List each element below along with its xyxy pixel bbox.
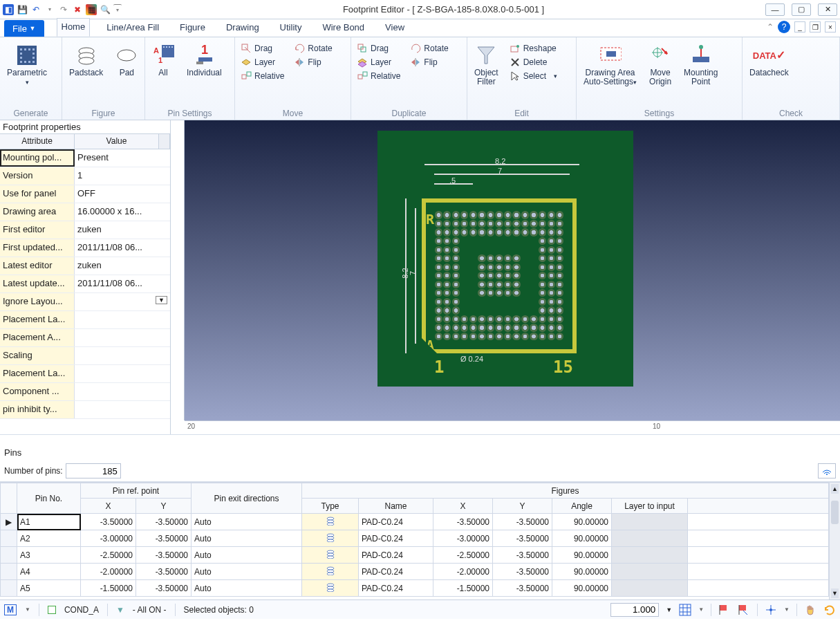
cell-fy[interactable]: -3.50000	[493, 580, 552, 597]
property-row[interactable]: pin inhibit ty...	[0, 401, 170, 419]
tab-drawing[interactable]: Drawing	[222, 19, 263, 37]
property-val[interactable]: 16.00000 x 16...	[75, 203, 170, 221]
cell-fy[interactable]: -3.50000	[493, 530, 552, 547]
cell-exit[interactable]: Auto	[192, 547, 302, 564]
property-val[interactable]	[75, 311, 170, 328]
refresh-icon[interactable]	[823, 604, 836, 616]
move-rotate-button[interactable]: Rotate	[294, 43, 332, 54]
property-val[interactable]: zuken	[75, 221, 170, 239]
padstack-button[interactable]: Padstack	[68, 43, 104, 79]
cell-pin-no[interactable]: A4	[17, 564, 81, 580]
cell-fy[interactable]: -3.50000	[493, 514, 552, 530]
maximize-button[interactable]: ▢	[792, 3, 811, 16]
cell-fx[interactable]: -2.00000	[433, 564, 493, 580]
status-filter-text[interactable]: - All ON -	[133, 605, 167, 615]
tab-view[interactable]: View	[381, 19, 409, 37]
cell-layer[interactable]	[612, 514, 688, 530]
cell-x[interactable]: -2.00000	[81, 564, 136, 580]
property-val[interactable]: 2011/11/08 06...	[75, 239, 170, 257]
cell-name[interactable]: PAD-C0.24	[359, 514, 433, 530]
scroll-down-icon[interactable]: ▼	[831, 588, 839, 598]
cell-y[interactable]: -3.50000	[136, 530, 192, 547]
cell-angle[interactable]: 90.00000	[552, 580, 612, 597]
property-row[interactable]: Placement La...	[0, 365, 170, 383]
undo-dropdown-icon[interactable]: ▾	[44, 4, 55, 15]
cell-type[interactable]	[302, 530, 359, 547]
row-handle[interactable]	[1, 564, 17, 580]
property-val[interactable]	[75, 329, 170, 346]
save-icon[interactable]: 💾	[17, 4, 28, 15]
mdi-restore-button[interactable]: ❐	[810, 21, 821, 32]
drawing-area-auto-button[interactable]: Drawing Area Auto-Settings▾	[582, 43, 638, 88]
property-val[interactable]: OFF	[75, 185, 170, 203]
tab-line-area-fill[interactable]: Line/Area Fill	[102, 19, 163, 37]
th-fx[interactable]: X	[433, 499, 493, 514]
th-fy[interactable]: Y	[493, 499, 552, 514]
pin-row[interactable]: A5-1.50000-3.50000AutoPAD-C0.24-1.50000-…	[1, 580, 829, 597]
cell-y[interactable]: -3.50000	[136, 514, 192, 530]
cell-name[interactable]: PAD-C0.24	[359, 547, 433, 564]
select-button[interactable]: Select ▾	[510, 71, 558, 82]
property-val[interactable]: 1	[75, 167, 170, 185]
number-of-pins-input[interactable]	[66, 463, 121, 478]
pad-button[interactable]: Pad	[114, 43, 139, 79]
cell-fy[interactable]: -3.50000	[493, 564, 552, 580]
row-handle[interactable]	[1, 580, 17, 597]
cell-pin-no[interactable]: A2	[17, 530, 81, 547]
cell-y[interactable]: -3.50000	[136, 547, 192, 564]
dup-drag-button[interactable]: Drag	[357, 43, 400, 54]
move-layer-button[interactable]: Layer	[241, 57, 284, 68]
grid-colorful-icon[interactable]: ▦	[86, 4, 97, 15]
tab-home[interactable]: Home	[57, 18, 91, 37]
property-val[interactable]	[75, 383, 170, 400]
cell-fy[interactable]: -3.50000	[493, 547, 552, 564]
property-val[interactable]: zuken	[75, 257, 170, 275]
target-icon[interactable]	[765, 604, 777, 616]
tab-utility[interactable]: Utility	[276, 19, 306, 37]
cell-layer[interactable]	[612, 547, 688, 564]
props-header-attribute[interactable]: Attribute	[0, 134, 75, 149]
property-row[interactable]: Drawing area16.00000 x 16...	[0, 203, 170, 221]
cell-angle[interactable]: 90.00000	[552, 530, 612, 547]
property-row[interactable]: Version1	[0, 167, 170, 185]
th-name[interactable]: Name	[359, 499, 433, 514]
cell-y[interactable]: -3.50000	[136, 564, 192, 580]
scroll-up-icon[interactable]: ▲	[831, 484, 839, 494]
zoom-icon[interactable]: 🔍	[100, 4, 111, 15]
zoom-input[interactable]	[610, 603, 659, 617]
move-flip-button[interactable]: Flip	[294, 57, 332, 68]
dup-rotate-button[interactable]: Rotate	[410, 43, 448, 54]
property-row[interactable]: Component ...	[0, 383, 170, 401]
dup-flip-button[interactable]: Flip	[410, 57, 448, 68]
grid-toggle-icon[interactable]	[679, 604, 691, 616]
close-button[interactable]: ✕	[818, 3, 837, 16]
cell-angle[interactable]: 90.00000	[552, 514, 612, 530]
row-handle[interactable]	[1, 530, 17, 547]
property-val[interactable]	[75, 401, 170, 418]
cell-x[interactable]: -1.50000	[81, 580, 136, 597]
mdi-minimize-button[interactable]: _	[794, 21, 805, 32]
dup-layer-button[interactable]: Layer	[357, 57, 400, 68]
cell-type[interactable]	[302, 547, 359, 564]
cell-layer[interactable]	[612, 580, 688, 597]
cell-fx[interactable]: -2.50000	[433, 547, 493, 564]
th-y[interactable]: Y	[136, 499, 192, 514]
cell-y[interactable]: -3.50000	[136, 580, 192, 597]
redo-icon[interactable]: ↷	[58, 4, 69, 15]
pin-row[interactable]: A3-2.50000-3.50000AutoPAD-C0.24-2.50000-…	[1, 547, 829, 564]
th-x[interactable]: X	[81, 499, 136, 514]
cell-fx[interactable]: -3.00000	[433, 530, 493, 547]
pin-all-button[interactable]: A1 All	[151, 43, 176, 79]
property-row[interactable]: Ignore Layou...▼	[0, 293, 170, 311]
hand-icon[interactable]	[804, 604, 816, 616]
cell-x[interactable]: -3.50000	[81, 514, 136, 530]
tab-figure[interactable]: Figure	[176, 19, 209, 37]
datacheck-button[interactable]: DATA✓ Datacheck	[748, 43, 790, 79]
cell-pin-no[interactable]: A1	[17, 514, 81, 530]
property-val[interactable]: ▼	[75, 293, 170, 310]
property-row[interactable]: Placement A...	[0, 329, 170, 347]
cell-type[interactable]	[302, 580, 359, 597]
cell-x[interactable]: -2.50000	[81, 547, 136, 564]
move-origin-button[interactable]: Move Origin	[648, 43, 673, 88]
move-drag-button[interactable]: Drag	[241, 43, 284, 54]
